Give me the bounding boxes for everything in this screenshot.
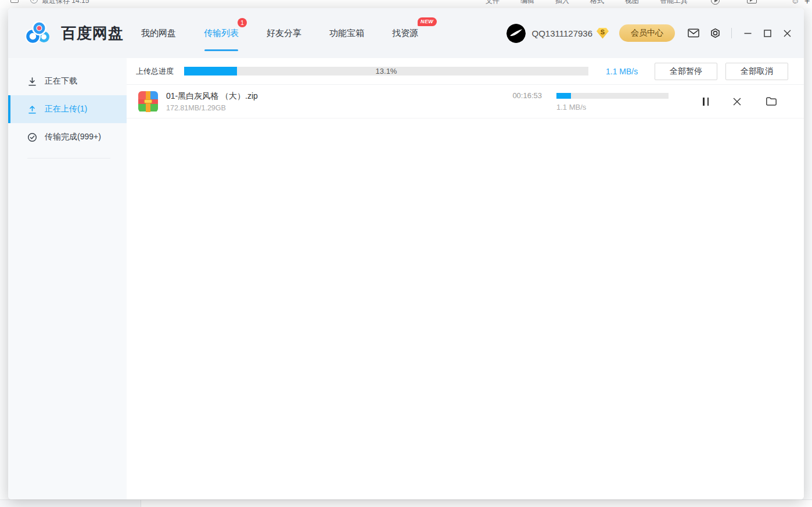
baidu-netdisk-window: 百度网盘 我的网盘 传输列表1 好友分享 功能宝箱 找资源NEW QQ13111… xyxy=(8,8,804,499)
plus-icon[interactable]: + xyxy=(804,0,810,6)
baidu-netdisk-logo-icon xyxy=(26,21,52,45)
sidebar-item-completed[interactable]: 传输完成(999+) xyxy=(8,123,127,151)
file-progress-track xyxy=(556,93,669,99)
file-name: 01-黑白灰风格 （大）.zip xyxy=(166,91,500,102)
file-info: 01-黑白灰风格 （大）.zip 172.81MB/1.29GB xyxy=(166,91,500,112)
user-area: QQ1311127936 S 会员中心 xyxy=(506,24,791,43)
play-slideshow-icon[interactable] xyxy=(711,0,720,5)
background-app-panel xyxy=(0,500,141,507)
file-speed: 1.1 MB/s xyxy=(556,103,669,112)
app-title: 百度网盘 xyxy=(61,23,124,44)
check-circle-icon xyxy=(27,132,37,142)
pause-all-button[interactable]: 全部暂停 xyxy=(655,63,717,80)
user-icon[interactable]: ☺ xyxy=(791,0,799,5)
tab-friend-share[interactable]: 好友分享 xyxy=(267,23,301,44)
overall-progress-track: 13.1% xyxy=(184,67,588,75)
download-icon xyxy=(27,77,37,87)
minimize-button[interactable] xyxy=(744,30,752,37)
vip-badge-icon[interactable]: S xyxy=(597,28,609,39)
member-center-button[interactable]: 会员中心 xyxy=(619,24,675,42)
menu-insert[interactable]: 插入 xyxy=(555,0,569,6)
transfer-panel: 上传总进度 13.1% 1.1 MB/s 全部暂停 全部取消 01-黑白灰风格 … xyxy=(127,58,804,499)
settings-icon[interactable] xyxy=(710,28,721,38)
export-box-icon[interactable] xyxy=(10,0,19,3)
background-app-menubar: ✓ 最近保存 14:15 文件 编辑 插入 格式 视图 智能工具 ☺ + xyxy=(0,0,812,8)
menu-edit[interactable]: 编辑 xyxy=(520,0,534,6)
close-button[interactable] xyxy=(784,30,791,37)
overall-progress-percent: 13.1% xyxy=(184,67,588,75)
open-folder-icon[interactable] xyxy=(766,96,777,106)
message-icon[interactable] xyxy=(688,28,699,38)
cancel-file-icon[interactable] xyxy=(733,98,741,106)
overall-progress-bar-row: 上传总进度 13.1% 1.1 MB/s 全部暂停 全部取消 xyxy=(127,58,804,85)
username[interactable]: QQ1311127936 xyxy=(531,28,592,38)
menu-smart-tools[interactable]: 智能工具 xyxy=(660,0,688,6)
file-actions xyxy=(703,96,777,106)
maximize-button[interactable] xyxy=(764,30,771,37)
menu-view[interactable]: 视图 xyxy=(625,0,639,6)
file-progress-fill xyxy=(556,93,571,99)
transfer-count-badge: 1 xyxy=(238,18,247,27)
upload-file-row: 01-黑白灰风格 （大）.zip 172.81MB/1.29GB 00:16:5… xyxy=(127,85,804,118)
window-header: 百度网盘 我的网盘 传输列表1 好友分享 功能宝箱 找资源NEW QQ13111… xyxy=(8,8,804,58)
saved-status: 最近保存 14:15 xyxy=(42,0,89,6)
file-size: 172.81MB/1.29GB xyxy=(166,104,500,112)
sidebar: 正在下载 正在上传(1) 传输完成(999+) xyxy=(8,58,127,499)
sidebar-item-downloading[interactable]: 正在下载 xyxy=(8,67,127,95)
overall-speed: 1.1 MB/s xyxy=(606,67,646,76)
cancel-all-button[interactable]: 全部取消 xyxy=(725,63,788,80)
tab-transfer-list[interactable]: 传输列表1 xyxy=(204,23,239,44)
overall-progress-label: 上传总进度 xyxy=(136,66,174,77)
saved-check-icon: ✓ xyxy=(30,0,38,3)
present-icon[interactable] xyxy=(747,0,757,3)
tab-my-drive[interactable]: 我的网盘 xyxy=(141,23,176,44)
zip-file-icon xyxy=(138,91,158,112)
avatar[interactable] xyxy=(506,24,526,43)
sidebar-item-uploading[interactable]: 正在上传(1) xyxy=(8,95,127,123)
app-logo: 百度网盘 xyxy=(26,21,124,45)
pause-file-icon[interactable] xyxy=(703,98,709,106)
tab-toolbox[interactable]: 功能宝箱 xyxy=(329,23,364,44)
upload-icon xyxy=(27,105,37,114)
file-remaining-time: 00:16:53 xyxy=(500,91,542,100)
header-divider xyxy=(731,28,732,38)
tab-find-resources[interactable]: 找资源NEW xyxy=(392,23,418,44)
menu-file[interactable]: 文件 xyxy=(486,0,500,6)
main-tabs: 我的网盘 传输列表1 好友分享 功能宝箱 找资源NEW xyxy=(141,8,418,58)
background-app-bottom xyxy=(0,499,812,507)
menu-format[interactable]: 格式 xyxy=(590,0,604,6)
new-badge: NEW xyxy=(418,17,437,26)
sidebar-divider xyxy=(27,158,110,159)
file-progress: 00:16:53 1.1 MB/s xyxy=(500,91,669,112)
